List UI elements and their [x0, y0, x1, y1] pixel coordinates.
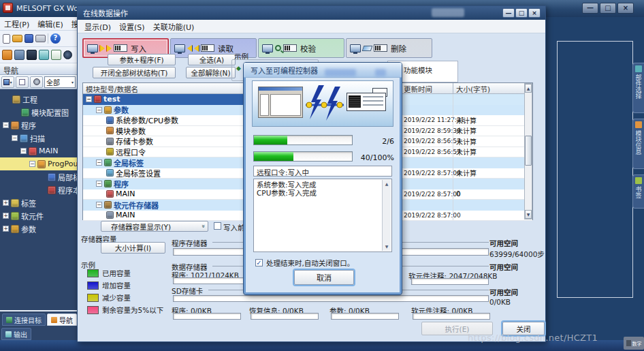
nav-tree-item-标签[interactable]: +标签	[0, 196, 77, 209]
expander-icon[interactable]: −	[96, 181, 102, 187]
main-toolbar-1: ?	[0, 31, 77, 47]
nav-tree-item-程序本体[interactable]: 程序本体	[0, 183, 77, 196]
window-layout-icon[interactable]	[51, 50, 61, 60]
menu-project[interactable]: 工程(P)	[4, 18, 29, 29]
expander-icon[interactable]: +	[3, 226, 9, 232]
vertical-tab-label: 模块信息	[634, 130, 643, 155]
expander-icon[interactable]: −	[3, 122, 9, 128]
pre-write-check-checkbox[interactable]: ✓	[214, 222, 221, 230]
nav-tree-item-扫描[interactable]: −扫描	[0, 132, 77, 144]
nav-tree-item-模块配置图[interactable]: 模块配置图	[0, 106, 77, 119]
deselect-all-button[interactable]: 全部解除(N)	[186, 67, 236, 78]
minimize-button[interactable]: —	[502, 8, 515, 18]
open-folder-icon[interactable]	[12, 35, 22, 42]
menu-settings[interactable]: 设置(S)	[119, 21, 145, 32]
nav-display-mode-button[interactable]: ▾	[1, 76, 14, 88]
new-file-icon[interactable]	[3, 34, 10, 44]
table-scrollbar[interactable]: ▲ ▼	[524, 83, 532, 219]
cancel-button[interactable]: 取消	[294, 270, 354, 285]
cell-update-time: 2019/2/22 8:56:57	[402, 147, 453, 157]
nav-filter-dropdown[interactable]: 全部▾	[44, 76, 76, 88]
bottom-bar	[251, 313, 319, 320]
tree-view-icon[interactable]	[2, 50, 12, 60]
scroll-down-icon[interactable]: ▼	[385, 243, 389, 251]
tab-navigation[interactable]: 导航	[47, 314, 77, 326]
nav-tree-item-局部标签[interactable]: 局部标签	[0, 170, 77, 183]
select-all-button[interactable]: 全选(A)	[188, 54, 236, 65]
nav-sort-button[interactable]	[16, 76, 29, 88]
expander-icon[interactable]: −	[12, 135, 18, 141]
mode-tab-verify[interactable]: 校验	[258, 38, 344, 58]
expander-icon[interactable]: +	[3, 200, 9, 206]
vertical-tab-label: 书签	[634, 186, 643, 198]
size-calc-button[interactable]: 大小计算(I)	[101, 242, 165, 254]
scrollbar-thumb[interactable]	[525, 136, 532, 166]
nav-tree-item-软元件[interactable]: +软元件	[0, 209, 77, 222]
close-button[interactable]: ×	[617, 3, 634, 14]
cell-update-time	[402, 179, 453, 189]
legend-item: 减少容量	[87, 292, 131, 303]
nav-settings-gear-icon[interactable]	[30, 76, 43, 88]
expander-icon[interactable]: −	[29, 161, 35, 167]
cell-update-time: 2019/2/22 8:57:00	[402, 168, 453, 179]
nav-tree-item-ProgPou[interactable]: −ProgPou	[0, 157, 77, 170]
col-header-size[interactable]: 大小(字节)	[453, 83, 526, 93]
expander-icon[interactable]: −	[96, 107, 102, 113]
find-icon[interactable]	[63, 50, 72, 59]
nav-tree-item-工程[interactable]: 工程	[0, 93, 77, 106]
tab-connection-destination[interactable]: 连接目标	[2, 314, 46, 326]
online-window-titlebar[interactable]: 在线数据操作	[78, 6, 545, 20]
vertical-tab-2[interactable]: 模块信息	[632, 119, 644, 169]
save-all-icon[interactable]	[14, 50, 25, 60]
expander-icon[interactable]: −	[96, 202, 102, 208]
expander-icon[interactable]: −	[86, 96, 92, 102]
scroll-down-icon[interactable]: ▼	[525, 210, 532, 219]
online-window-controls: — □ ×	[502, 8, 541, 18]
nav-tree-item-程序[interactable]: −程序	[0, 119, 77, 132]
col-header-time[interactable]: 更新时间	[402, 83, 453, 93]
mode-tab-delete[interactable]: 删除	[346, 38, 432, 58]
scroll-up-icon[interactable]: ▲	[385, 180, 389, 188]
bottom-bar	[413, 313, 490, 320]
print-icon[interactable]	[35, 35, 46, 42]
log-line: 系统参数:写入完成	[257, 181, 389, 189]
window-split-icon[interactable]	[39, 50, 49, 60]
cell-update-time	[402, 94, 453, 105]
computer-icon	[87, 44, 98, 52]
vertical-tab-3[interactable]: 书签	[632, 174, 644, 209]
param-program-button[interactable]: 参数+程序(F)	[108, 54, 176, 65]
row-label: 参数	[114, 105, 129, 116]
menu-edit[interactable]: 编辑(E)	[37, 18, 63, 29]
memory-display-toggle-button[interactable]: 存储器容量显示(Y) »	[101, 221, 208, 232]
menu-search[interactable]: 搜索/替	[71, 18, 77, 29]
tab-output[interactable]: 输出	[1, 328, 31, 340]
main-icon	[29, 147, 37, 155]
maximize-button[interactable]: □	[600, 3, 616, 14]
expander-icon[interactable]: +	[3, 213, 9, 219]
expander-icon[interactable]: −	[20, 148, 27, 154]
menu-related-functions[interactable]: 关联功能(U)	[153, 21, 195, 32]
scroll-up-icon[interactable]: ▲	[525, 84, 532, 93]
save-icon[interactable]	[25, 34, 33, 43]
log-scrollbar[interactable]: ▲ ▼	[382, 180, 391, 251]
vertical-tab-1[interactable]: 部件选择	[632, 63, 644, 113]
mode-tab-label: 删除	[391, 43, 406, 54]
row-label: 程序	[114, 179, 129, 189]
arrow-left-icon	[194, 45, 199, 52]
plc-icon	[283, 44, 297, 52]
maximize-button[interactable]: □	[515, 8, 528, 18]
auto-close-checkbox[interactable]: ✓	[255, 259, 263, 266]
free-space-value-3: 0/0KB	[489, 298, 511, 306]
expand-collapse-button[interactable]: 开闭全部树状结构(T)	[93, 67, 176, 78]
titlebar-smudge	[432, 8, 464, 17]
expander-icon[interactable]: −	[96, 159, 102, 166]
arrow-right-icon	[107, 45, 112, 52]
minimize-button[interactable]: —	[582, 3, 598, 14]
close-button[interactable]: ×	[528, 8, 541, 18]
menu-display[interactable]: 显示(D)	[84, 21, 111, 32]
nav-tree-item-参数[interactable]: +参数	[0, 222, 77, 235]
cell-size: 未计算	[453, 168, 526, 179]
help-icon[interactable]: ?	[50, 33, 61, 44]
nav-tree-item-MAIN[interactable]: −MAIN	[0, 144, 77, 157]
module-icon[interactable]	[27, 50, 37, 60]
